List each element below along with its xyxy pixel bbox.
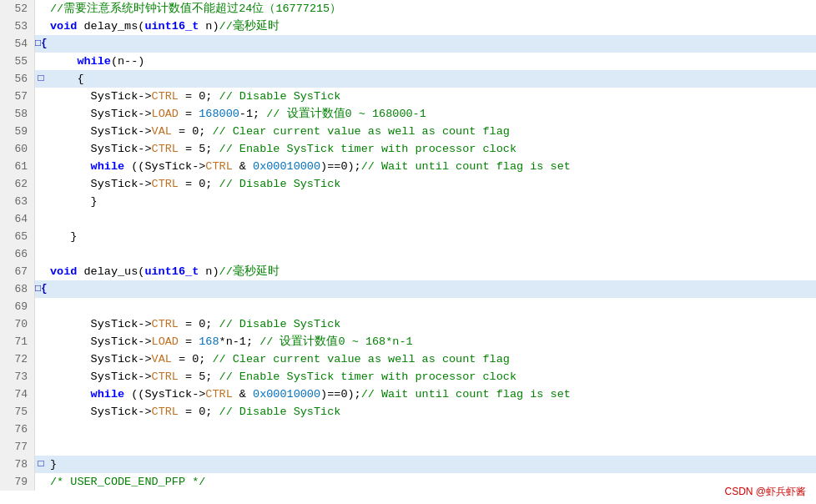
token: CTRL	[205, 388, 232, 401]
token: CTRL	[205, 160, 232, 173]
table-row: 59 SysTick->VAL = 0; // Clear current va…	[0, 123, 816, 140]
token: SysTick->	[50, 178, 152, 190]
token: = 0;	[179, 318, 219, 330]
line-number: 70	[0, 315, 35, 333]
code-content: void delay_ms(uint16_t n)//毫秒延时	[47, 18, 280, 35]
table-row: 67 void delay_us(uint16_t n)//毫秒延时	[0, 263, 816, 280]
token: CTRL	[152, 370, 179, 383]
token: while	[77, 55, 111, 68]
code-content: SysTick->CTRL = 0; // Disable SysTick	[47, 88, 340, 105]
table-row: 57 SysTick->CTRL = 0; // Disable SysTick	[0, 88, 816, 105]
table-row: 70 SysTick->CTRL = 0; // Disable SysTick	[0, 315, 816, 333]
token: // Enable SysTick timer with processor c…	[219, 143, 516, 155]
token: CTRL	[152, 406, 179, 418]
line-number: 71	[0, 333, 35, 350]
token: = 0;	[172, 125, 213, 138]
token: delay_us(	[77, 265, 144, 278]
table-row: 56□ {	[0, 70, 816, 88]
token: // 设置计数值0 ~ 168000-1	[266, 108, 426, 120]
token: SysTick->	[50, 125, 152, 138]
line-number: 79	[0, 473, 35, 491]
fold-indicator[interactable]: □	[35, 456, 47, 473]
table-row: 79 /* USER_CODE_END_PFP */	[0, 473, 816, 491]
line-number: 75	[0, 403, 35, 421]
token: // Disable SysTick	[219, 178, 341, 190]
token: }	[50, 195, 98, 208]
token: while	[91, 388, 125, 401]
fold-indicator[interactable]: □{	[35, 35, 47, 53]
token: SysTick->	[50, 318, 152, 330]
code-content: }	[47, 228, 77, 245]
table-row: 66	[0, 245, 816, 263]
token: // Wait until count flag is set	[361, 160, 571, 173]
line-number: 67	[0, 263, 35, 280]
line-number: 53	[0, 18, 35, 35]
code-content: while ((SysTick->CTRL & 0x00010000)==0);…	[47, 158, 571, 175]
line-number: 64	[0, 210, 35, 228]
token: CTRL	[152, 178, 179, 190]
table-row: 53 void delay_ms(uint16_t n)//毫秒延时	[0, 18, 816, 35]
token: = 0;	[179, 178, 219, 190]
line-number: 59	[0, 123, 35, 140]
code-lines: 52 //需要注意系统时钟计数值不能超过24位（16777215）53 void…	[0, 0, 816, 491]
line-number: 74	[0, 386, 35, 403]
table-row: 62 SysTick->CTRL = 0; // Disable SysTick	[0, 175, 816, 193]
token: = 0;	[179, 90, 219, 103]
code-editor: 52 //需要注意系统时钟计数值不能超过24位（16777215）53 void…	[0, 0, 816, 504]
table-row: 52 //需要注意系统时钟计数值不能超过24位（16777215）	[0, 0, 816, 18]
line-number: 69	[0, 298, 35, 315]
code-content: SysTick->CTRL = 5; // Enable SysTick tim…	[47, 140, 516, 158]
line-number: 66	[0, 245, 35, 263]
code-content: SysTick->LOAD = 168000-1; // 设置计数值0 ~ 16…	[47, 105, 426, 123]
token: CTRL	[152, 318, 179, 330]
token: 0x00010000	[253, 160, 320, 173]
token: SysTick->	[50, 90, 152, 103]
code-content: /* USER_CODE_END_PFP */	[47, 473, 205, 491]
code-content: SysTick->CTRL = 0; // Disable SysTick	[47, 403, 340, 421]
code-content: SysTick->CTRL = 0; // Disable SysTick	[47, 175, 340, 193]
token	[50, 55, 77, 68]
code-content: }	[47, 193, 98, 210]
token: =	[179, 108, 199, 120]
line-number: 65	[0, 228, 35, 245]
token: uint16_t	[144, 265, 199, 278]
table-row: 77	[0, 438, 816, 456]
code-content: SysTick->LOAD = 168*n-1; // 设置计数值0 ~ 168…	[47, 333, 413, 350]
line-number: 57	[0, 88, 35, 105]
token: // Enable SysTick timer with processor c…	[219, 370, 516, 383]
token: {	[50, 73, 84, 85]
code-content: }	[47, 456, 57, 473]
code-content: void delay_us(uint16_t n)//毫秒延时	[47, 263, 280, 280]
code-content: SysTick->VAL = 0; // Clear current value…	[47, 123, 510, 140]
fold-indicator[interactable]: □{	[35, 280, 47, 298]
line-number: 63	[0, 193, 35, 210]
token: // 设置计数值0 ~ 168*n-1	[259, 335, 412, 348]
line-number: 73	[0, 368, 35, 386]
token: SysTick->	[50, 353, 152, 365]
table-row: 72 SysTick->VAL = 0; // Clear current va…	[0, 350, 816, 368]
token: = 0;	[172, 353, 213, 365]
token: ((SysTick->	[124, 388, 205, 401]
token: uint16_t	[144, 20, 199, 33]
token: delay_ms(	[77, 20, 144, 33]
fold-indicator[interactable]: □	[35, 70, 47, 88]
token: = 5;	[179, 143, 219, 155]
table-row: 55 while(n--)	[0, 53, 816, 70]
table-row: 60 SysTick->CTRL = 5; // Enable SysTick …	[0, 140, 816, 158]
line-number: 61	[0, 158, 35, 175]
code-content: SysTick->CTRL = 0; // Disable SysTick	[47, 315, 340, 333]
token: n)	[199, 20, 219, 33]
line-number: 55	[0, 53, 35, 70]
token: =	[179, 335, 199, 348]
token: }	[50, 458, 57, 471]
token: )==0);	[320, 160, 361, 173]
token: }	[50, 230, 77, 243]
token: 168	[199, 335, 219, 348]
line-number: 62	[0, 175, 35, 193]
token: VAL	[152, 125, 172, 138]
token: 0x00010000	[253, 388, 320, 401]
token: VAL	[152, 353, 172, 365]
token: // Clear current value as well as count …	[212, 353, 509, 365]
line-number: 77	[0, 438, 35, 456]
table-row: 63 }	[0, 193, 816, 210]
